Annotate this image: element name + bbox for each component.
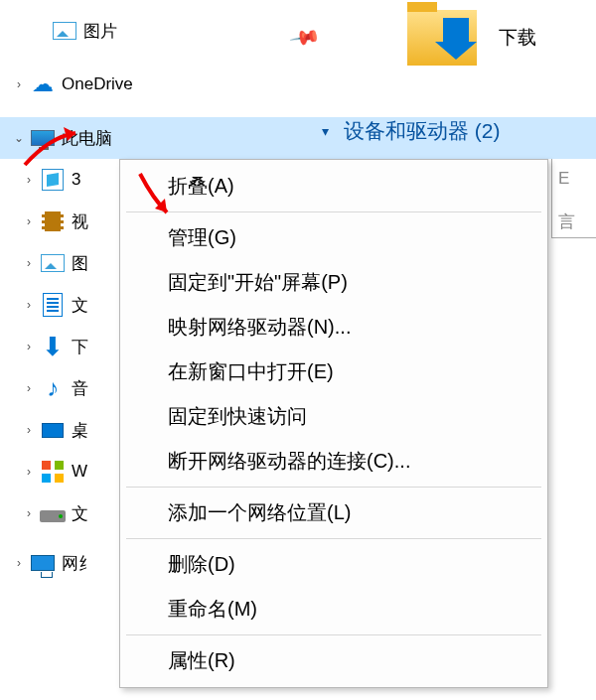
separator: [126, 634, 541, 635]
windows-icon: [40, 459, 66, 485]
devices-and-drives-header[interactable]: ▾ 设备和驱动器 (2): [314, 117, 501, 145]
chevron-right-icon[interactable]: ›: [18, 298, 40, 312]
chevron-right-icon[interactable]: ›: [18, 465, 40, 479]
chevron-right-icon[interactable]: ›: [8, 77, 30, 91]
tree-label: 文: [72, 294, 88, 317]
chevron-right-icon[interactable]: ›: [18, 381, 40, 395]
ctx-add-network-location[interactable]: 添加一个网络位置(L): [120, 490, 547, 535]
ctx-pin-quick-access[interactable]: 固定到快速访问: [120, 394, 547, 439]
chevron-right-icon[interactable]: ›: [18, 256, 40, 270]
devices-header-label: 设备和驱动器 (2): [344, 117, 501, 145]
tree-label: 音: [72, 377, 88, 400]
music-icon: ♪: [40, 375, 66, 401]
chevron-down-icon: ▾: [314, 123, 336, 139]
context-menu: 折叠(A) 管理(G) 固定到"开始"屏幕(P) 映射网络驱动器(N)... 在…: [119, 159, 548, 688]
chevron-right-icon[interactable]: ›: [8, 556, 30, 570]
document-icon: [40, 292, 66, 318]
desktop-icon: [40, 417, 66, 443]
separator: [126, 538, 541, 539]
chevron-right-icon[interactable]: ›: [18, 506, 40, 520]
network-icon: [30, 550, 56, 576]
tree-item-onedrive[interactable]: › ☁ OneDrive: [0, 64, 596, 105]
tree-label: 桌: [72, 419, 88, 442]
ctx-pin-start[interactable]: 固定到"开始"屏幕(P): [120, 260, 547, 305]
chevron-right-icon[interactable]: ›: [18, 173, 40, 187]
separator: [126, 211, 541, 212]
ctx-disconnect-drive[interactable]: 断开网络驱动器的连接(C)...: [120, 439, 547, 484]
chevron-down-icon[interactable]: ⌄: [8, 131, 30, 145]
separator: [126, 487, 541, 488]
tree-label: 下: [72, 336, 88, 358]
pictures-icon: [52, 18, 77, 44]
video-icon: [40, 209, 66, 234]
partial-tile: E 言: [551, 159, 596, 238]
tree-label: 视: [72, 210, 88, 233]
chevron-right-icon[interactable]: ›: [18, 340, 40, 353]
tree-label: 文: [72, 502, 88, 525]
folder-download-icon: [407, 10, 477, 66]
downloads-tile[interactable]: 下载: [407, 10, 536, 66]
partial-letter: E: [558, 169, 569, 189]
ctx-collapse[interactable]: 折叠(A): [120, 164, 547, 209]
chevron-right-icon[interactable]: ›: [18, 423, 40, 437]
download-icon: ⬇: [40, 334, 66, 359]
tree-label: 网纟: [62, 552, 95, 575]
ctx-delete[interactable]: 删除(D): [120, 542, 547, 587]
tree-label: 3: [72, 170, 80, 190]
drive-icon: [40, 500, 66, 526]
ctx-manage[interactable]: 管理(G): [120, 215, 547, 260]
pictures-icon: [40, 250, 66, 276]
onedrive-icon: ☁: [30, 71, 56, 97]
chevron-right-icon[interactable]: ›: [18, 214, 40, 228]
ctx-properties[interactable]: 属性(R): [120, 638, 547, 683]
tree-item-this-pc[interactable]: ⌄ 此电脑: [0, 117, 596, 159]
cube-icon: [40, 167, 66, 193]
ctx-rename[interactable]: 重命名(M): [120, 587, 547, 631]
tree-label: 图: [72, 252, 88, 275]
downloads-label: 下载: [499, 25, 536, 51]
tree-label: 此电脑: [62, 127, 112, 150]
tree-label: 图片: [83, 20, 117, 43]
partial-letter: 言: [558, 210, 575, 233]
tree-label: W: [72, 462, 87, 482]
this-pc-icon: [30, 125, 56, 151]
ctx-open-new-window[interactable]: 在新窗口中打开(E): [120, 350, 547, 394]
ctx-map-drive[interactable]: 映射网络驱动器(N)...: [120, 305, 547, 350]
tree-label: OneDrive: [62, 74, 133, 94]
